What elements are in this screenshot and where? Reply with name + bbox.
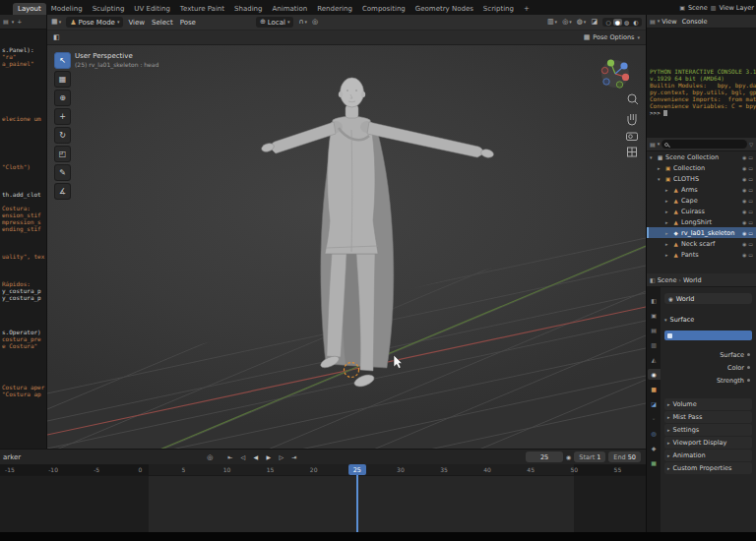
- tool-select-box[interactable]: ▦: [54, 71, 71, 88]
- tool-scale[interactable]: ◰: [54, 146, 71, 162]
- expand-icon[interactable]: ▾: [658, 176, 662, 182]
- outliner-row-pants[interactable]: ▸▲Pants◉▭: [647, 249, 756, 260]
- marker-menu[interactable]: arker: [3, 453, 21, 461]
- outliner-row-neck-scarf[interactable]: ▸▲Neck scarf◉▭: [647, 238, 756, 249]
- hide-viewport-icon[interactable]: ◉: [742, 198, 746, 204]
- expand-icon[interactable]: ▸: [665, 198, 670, 204]
- outliner-search-input[interactable]: [662, 140, 747, 149]
- animate-dot[interactable]: [747, 353, 750, 356]
- panel-custom-properties[interactable]: ▸Custom Properties: [664, 462, 752, 474]
- editor-type-icon[interactable]: ▤: [3, 19, 9, 25]
- world-datablock-field[interactable]: ◉ World: [664, 293, 752, 304]
- gizmos-dropdown[interactable]: ◎ ▾: [562, 19, 572, 26]
- properties-tab-tool[interactable]: ◧: [648, 295, 661, 306]
- workspace-tab-texture-paint[interactable]: Texture Paint: [175, 3, 229, 15]
- hide-viewport-icon[interactable]: ◉: [742, 209, 746, 214]
- viewport-nav-icons[interactable]: [627, 94, 639, 156]
- transform-orientation-dropdown[interactable]: ⊕ Local ▾: [256, 17, 294, 28]
- snap-toggle[interactable]: ∩ ▾: [298, 19, 307, 26]
- disable-render-icon[interactable]: ▭: [748, 165, 753, 171]
- properties-tab-physics[interactable]: ◎: [648, 428, 661, 439]
- workspace-tab--[interactable]: +: [519, 3, 535, 15]
- properties-tab-constraints[interactable]: ◆: [648, 443, 661, 453]
- panel-animation[interactable]: ▸Animation: [664, 450, 752, 461]
- surface-shader-field[interactable]: [664, 331, 752, 340]
- start-frame-field[interactable]: Start 1: [574, 451, 605, 462]
- panel-settings[interactable]: ▸Settings: [664, 424, 752, 436]
- hide-viewport-icon[interactable]: ◉: [742, 252, 746, 258]
- playhead-frame-label[interactable]: 25: [348, 464, 366, 475]
- next-keyframe-button[interactable]: ▷: [276, 451, 286, 462]
- expand-icon[interactable]: ▸: [665, 187, 670, 193]
- editor-type-icon[interactable]: ▤: [650, 19, 656, 25]
- animate-dot[interactable]: [747, 379, 750, 382]
- mode-selector[interactable]: ♟ Pose Mode ▾: [66, 17, 123, 28]
- visibility-dropdown[interactable]: ▥ ▾: [547, 19, 557, 26]
- tool-measure[interactable]: ∡: [54, 183, 71, 200]
- pose-options-button[interactable]: ▦ Pose Options ▾: [584, 33, 640, 41]
- expand-icon[interactable]: ▸: [665, 209, 670, 214]
- expand-icon[interactable]: ▸: [665, 241, 670, 247]
- auto-keying-toggle[interactable]: ◎: [207, 453, 213, 461]
- properties-tab-render[interactable]: ▣: [648, 310, 661, 321]
- hide-viewport-icon[interactable]: ◉: [742, 241, 746, 247]
- disable-render-icon[interactable]: ▭: [748, 219, 753, 225]
- play-reverse-button[interactable]: ◀: [250, 451, 261, 462]
- workspace-tab-compositing[interactable]: Compositing: [357, 3, 410, 15]
- panel-volume[interactable]: ▸Volume: [664, 398, 752, 410]
- outliner-row-cape[interactable]: ▸▲Cape◉▭: [647, 195, 756, 206]
- workspace-tab-animation[interactable]: Animation: [267, 3, 312, 15]
- outliner-row-collection[interactable]: ▸▣Collection◉▭: [647, 162, 756, 173]
- disable-render-icon[interactable]: ▭: [748, 241, 753, 247]
- view-layer-selector[interactable]: View Layer: [719, 4, 754, 12]
- expand-icon[interactable]: ▸: [658, 165, 662, 171]
- workspace-tab-layout[interactable]: Layout: [13, 3, 46, 15]
- expand-icon[interactable]: ▾: [650, 154, 655, 160]
- workspace-tab-geometry-nodes[interactable]: Geometry Nodes: [410, 3, 478, 15]
- workspace-tab-sculpting[interactable]: Sculpting: [88, 3, 130, 15]
- tool-rotate[interactable]: ↻: [54, 127, 71, 144]
- workspace-tab-scripting[interactable]: Scripting: [478, 3, 519, 15]
- workspace-tab-shading[interactable]: Shading: [229, 3, 267, 15]
- tool-annotate[interactable]: ✎: [54, 164, 71, 181]
- expand-icon[interactable]: ▸: [665, 219, 670, 225]
- scene-selector[interactable]: Scene: [688, 4, 708, 12]
- overlays-dropdown[interactable]: ◍ ▾: [577, 19, 587, 26]
- hide-viewport-icon[interactable]: ◉: [742, 165, 746, 171]
- breadcrumb-world[interactable]: World: [683, 276, 702, 284]
- disable-render-icon[interactable]: ▭: [748, 252, 753, 258]
- expand-icon[interactable]: ▸: [665, 252, 670, 258]
- disable-render-icon[interactable]: ▭: [748, 154, 753, 160]
- surface-panel-header[interactable]: ▾ Surface: [664, 316, 752, 324]
- menu-select[interactable]: Select: [152, 19, 173, 27]
- filter-icon[interactable]: ▽: [749, 142, 753, 148]
- shading-material-icon[interactable]: ◍: [623, 19, 631, 27]
- tool-move[interactable]: +: [54, 108, 71, 125]
- panel-mist-pass[interactable]: ▸Mist Pass: [664, 411, 752, 423]
- disable-render-icon[interactable]: ▭: [748, 230, 753, 236]
- properties-tab-world[interactable]: ◉: [648, 369, 661, 380]
- properties-tab-data[interactable]: ▦: [648, 457, 661, 468]
- properties-tab-particles[interactable]: ◦: [648, 413, 661, 424]
- prev-keyframe-button[interactable]: ◁: [237, 451, 248, 462]
- active-tool-icon[interactable]: ◧: [53, 34, 60, 41]
- disable-render-icon[interactable]: ▭: [748, 176, 753, 182]
- end-frame-field[interactable]: End 50: [608, 451, 641, 462]
- hide-viewport-icon[interactable]: ◉: [742, 154, 746, 160]
- hide-viewport-icon[interactable]: ◉: [742, 219, 746, 225]
- console-lines[interactable]: PYTHON INTERACTIVE CONSOLE 3.11.11v.1929…: [647, 29, 756, 138]
- expand-icon[interactable]: ▸: [665, 230, 670, 236]
- play-button[interactable]: ▶: [263, 451, 274, 462]
- outliner-row-longshirt[interactable]: ▸▲LongShirt◉▭: [647, 216, 756, 227]
- workspace-tab-uv-editing[interactable]: UV Editing: [129, 3, 175, 15]
- outliner-row-arms[interactable]: ▸▲Arms◉▭: [647, 184, 756, 195]
- properties-tab-modifiers[interactable]: ◪: [648, 398, 661, 409]
- panel-viewport-display[interactable]: ▸Viewport Display: [664, 437, 752, 449]
- outliner-row-cloths[interactable]: ▾▣CLOTHS◉▭: [647, 173, 756, 184]
- xray-toggle[interactable]: ◪: [591, 19, 598, 26]
- breadcrumb-scene[interactable]: Scene: [658, 276, 677, 284]
- workspace-tab-rendering[interactable]: Rendering: [312, 3, 357, 15]
- outliner-row-rv-la01-skeleton[interactable]: ▸◆rv_la01_skeleton◉▭: [647, 227, 756, 238]
- outliner-row-cuirass[interactable]: ▸▲Cuirass◉▭: [647, 206, 756, 216]
- keying-icon[interactable]: ◉: [566, 453, 571, 460]
